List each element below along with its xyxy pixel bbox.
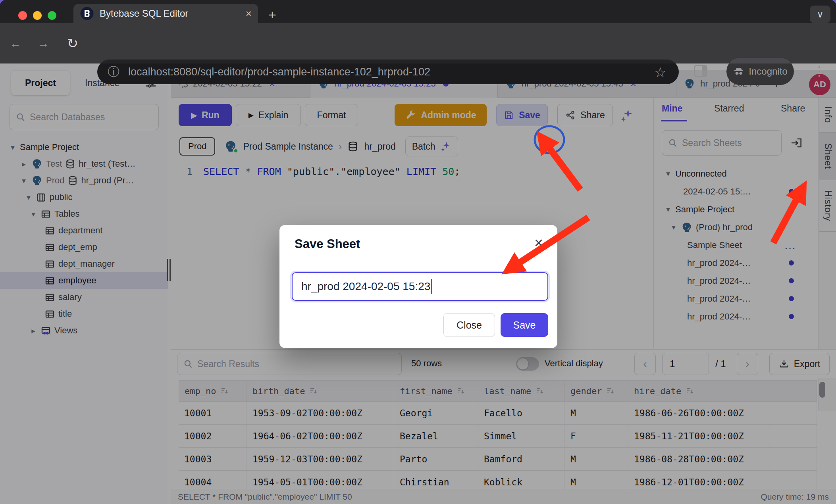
browser-chrome: Bytebase SQL Editor × + ∨ ← → ↻ ⓘ localh… <box>0 0 836 63</box>
window-close-button[interactable] <box>18 11 27 20</box>
tab-close-icon[interactable]: × <box>246 8 252 20</box>
forward-icon[interactable]: → <box>33 37 53 50</box>
sheet-name-value: hr_prod 2024-02-05 15:23 <box>301 280 430 293</box>
sheet-name-input[interactable]: hr_prod 2024-02-05 15:23 <box>292 272 548 301</box>
modal-save-button[interactable]: Save <box>501 313 548 337</box>
new-tab-button[interactable]: + <box>268 7 276 23</box>
modal-close-icon[interactable]: × <box>534 235 543 252</box>
modal-title: Save Sheet <box>295 237 360 251</box>
browser-tab[interactable]: Bytebase SQL Editor × <box>73 4 258 23</box>
window-zoom-button[interactable] <box>48 11 56 20</box>
text-cursor <box>431 279 432 294</box>
tab-search-chevron-icon[interactable]: ∨ <box>810 6 830 23</box>
bytebase-favicon <box>80 6 94 21</box>
modal-divider <box>288 263 549 263</box>
modal-close-button[interactable]: Close <box>443 313 495 337</box>
save-sheet-modal: Save Sheet × hr_prod 2024-02-05 15:23 Cl… <box>279 225 557 348</box>
browser-window: Bytebase SQL Editor × + ∨ ← → ↻ ⓘ localh… <box>0 0 836 504</box>
reload-icon[interactable]: ↻ <box>63 35 83 51</box>
address-toolbar: ← → ↻ ⓘ localhost:8080/sql-editor/prod-s… <box>0 23 836 63</box>
browser-tab-title: Bytebase SQL Editor <box>100 8 246 19</box>
back-icon[interactable]: ← <box>6 37 25 50</box>
window-minimize-button[interactable] <box>33 11 42 20</box>
